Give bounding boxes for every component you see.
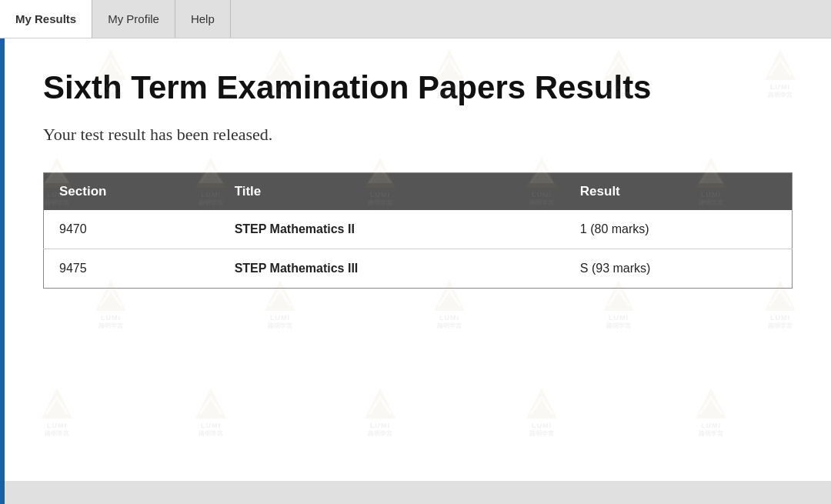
main-content: Sixth Term Examination Papers Results Yo… (5, 38, 831, 504)
left-accent-bar (0, 38, 5, 504)
bottom-strip (5, 481, 831, 504)
results-table: Section Title Result 9470STEP Mathematic… (43, 172, 793, 289)
page-title: Sixth Term Examination Papers Results (43, 69, 793, 106)
table-row: 9475STEP Mathematics IIIS (93 marks) (44, 249, 793, 289)
col-header-result: Result (565, 173, 793, 211)
cell-title: STEP Mathematics II (219, 210, 565, 249)
table-header-row: Section Title Result (44, 173, 793, 211)
cell-section: 9475 (44, 249, 219, 289)
tab-help[interactable]: Help (175, 0, 231, 38)
col-header-title: Title (219, 173, 565, 211)
subtitle: Your test result has been released. (43, 125, 793, 145)
col-header-section: Section (44, 173, 219, 211)
cell-section: 9470 (44, 210, 219, 249)
nav-bar: My Results My Profile Help (0, 0, 831, 38)
tab-my-profile[interactable]: My Profile (92, 0, 175, 38)
table-row: 9470STEP Mathematics II1 (80 marks) (44, 210, 793, 249)
tab-my-results[interactable]: My Results (0, 0, 92, 38)
cell-title: STEP Mathematics III (219, 249, 565, 289)
cell-result: S (93 marks) (565, 249, 793, 289)
cell-result: 1 (80 marks) (565, 210, 793, 249)
